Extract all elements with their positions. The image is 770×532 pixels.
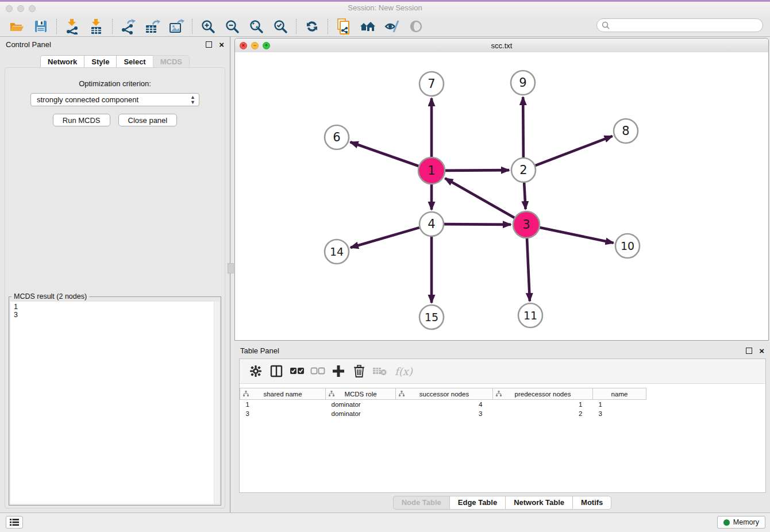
graph-edge-3-11[interactable] (527, 238, 530, 301)
table-cell[interactable]: 1 (240, 400, 326, 410)
result-scrollbar[interactable] (214, 302, 220, 504)
delete-column-icon[interactable] (352, 364, 367, 379)
criterion-dropdown[interactable]: strongly connected component ▲▼ (30, 93, 199, 106)
column-layout-icon[interactable] (269, 364, 284, 379)
import-network-icon[interactable] (64, 18, 81, 34)
network-window-titlebar[interactable]: × − + scc.txt (235, 38, 768, 53)
graph-node-9[interactable]: 9 (511, 71, 535, 95)
export-image-icon[interactable] (168, 18, 185, 34)
svg-text:6: 6 (333, 130, 340, 144)
close-panel-button[interactable]: Close panel (118, 114, 178, 126)
close-panel-icon[interactable]: × (219, 42, 224, 47)
graph-edge-4-3[interactable] (444, 224, 511, 225)
graph-node-7[interactable]: 7 (419, 72, 444, 96)
column-header-successor-nodes[interactable]: successor nodes (396, 388, 493, 400)
graph-node-2[interactable]: 2 (511, 158, 536, 182)
list-icon (10, 518, 19, 526)
delete-table-icon (372, 364, 387, 379)
memory-label: Memory (733, 518, 759, 526)
memory-button[interactable]: Memory (717, 516, 765, 529)
network-graph[interactable]: 7968124314101511 (235, 52, 768, 340)
table-cell[interactable]: 4 (396, 400, 493, 410)
graph-node-3[interactable]: 3 (513, 211, 540, 238)
column-header-predecessor-nodes[interactable]: predecessor nodes (493, 388, 593, 400)
graph-node-14[interactable]: 14 (325, 240, 349, 264)
table-cell[interactable]: dominator (326, 409, 396, 418)
graph-edge-3-1[interactable] (445, 178, 514, 218)
graph-node-1[interactable]: 1 (418, 157, 445, 184)
network-close-button[interactable]: × (240, 42, 247, 49)
table-cell[interactable]: 3 (593, 409, 646, 418)
graph-edge-3-10[interactable] (540, 228, 613, 243)
graph-node-6[interactable]: 6 (325, 125, 349, 149)
graph-edge-2-9[interactable] (523, 97, 523, 157)
graph-node-15[interactable]: 15 (419, 305, 444, 329)
apply-preferred-layout-icon[interactable] (303, 18, 321, 34)
open-file-icon[interactable] (8, 18, 25, 34)
table-cell[interactable]: 2 (493, 409, 593, 418)
search-input[interactable] (613, 21, 763, 30)
graph-edge-4-14[interactable] (351, 228, 419, 248)
float-table-panel-icon[interactable] (746, 348, 752, 354)
toolbar-separator (192, 19, 192, 34)
svg-text:14: 14 (330, 245, 344, 258)
column-header-mcds-role[interactable]: MCDS role (326, 388, 396, 400)
first-neighbors-icon[interactable] (359, 18, 376, 34)
zoom-selected-icon[interactable] (272, 18, 289, 34)
export-network-icon[interactable] (120, 18, 137, 34)
svg-text:4: 4 (428, 217, 435, 231)
column-header-name[interactable]: name (593, 388, 646, 400)
table-toolbar: f(x) (240, 359, 765, 384)
svg-text:7: 7 (428, 77, 435, 91)
table-cell[interactable]: 1 (493, 400, 593, 410)
zoom-out-icon[interactable] (224, 18, 241, 34)
network-canvas[interactable]: 7968124314101511 (235, 52, 768, 340)
add-column-icon[interactable] (331, 364, 346, 379)
graph-edge-1-2[interactable] (445, 170, 509, 171)
graph-edge-2-8[interactable] (536, 136, 613, 165)
network-minimize-button[interactable]: − (251, 42, 259, 49)
duplicate-network-icon[interactable] (335, 18, 352, 34)
tab-network-table[interactable]: Network Table (505, 496, 572, 510)
table-row[interactable]: 1dominator411 (240, 400, 646, 410)
mcds-result-text[interactable]: 1 3 (10, 302, 220, 504)
export-table-icon[interactable] (144, 18, 161, 34)
tab-edge-table[interactable]: Edge Table (449, 496, 505, 510)
save-session-icon[interactable] (32, 18, 49, 34)
optimization-criterion-label: Optimization criterion: (5, 79, 225, 88)
window-titlebar: Session: New Session (0, 0, 770, 17)
status-bar: Memory (0, 512, 770, 532)
graph-edge-1-6[interactable] (351, 142, 419, 166)
float-panel-icon[interactable] (206, 41, 212, 48)
graph-node-8[interactable]: 8 (614, 119, 638, 143)
table-settings-icon[interactable] (248, 364, 263, 379)
panel-divider-handle[interactable] (228, 263, 234, 273)
column-header-shared-name[interactable]: shared name (240, 388, 326, 400)
table-cell[interactable]: dominator (326, 400, 396, 410)
graph-node-10[interactable]: 10 (615, 234, 640, 258)
table-cell[interactable]: 3 (240, 409, 326, 418)
criterion-dropdown-value: strongly connected component (37, 95, 138, 104)
graph-node-4[interactable]: 4 (419, 212, 444, 236)
network-maximize-button[interactable]: + (263, 42, 270, 49)
tab-motifs[interactable]: Motifs (572, 496, 611, 510)
svg-text:9: 9 (519, 76, 526, 90)
toolbar-separator (296, 19, 297, 34)
graph-node-11[interactable]: 11 (518, 303, 542, 327)
show-graphics-details-icon[interactable] (383, 18, 401, 34)
table-row[interactable]: 3dominator323 (240, 409, 646, 418)
svg-text:15: 15 (425, 311, 438, 323)
deselect-all-icon[interactable] (310, 364, 325, 379)
zoom-fit-icon[interactable] (248, 18, 265, 34)
task-history-button[interactable] (6, 516, 23, 529)
import-table-icon[interactable] (88, 18, 105, 34)
table-cell[interactable]: 3 (396, 409, 493, 418)
tab-node-table[interactable]: Node Table (393, 496, 449, 510)
select-all-icon[interactable] (290, 364, 305, 379)
run-mcds-button[interactable]: Run MCDS (53, 114, 110, 126)
zoom-in-icon[interactable] (199, 18, 217, 34)
table-cell[interactable]: 1 (593, 400, 646, 410)
close-table-panel-icon[interactable]: × (759, 348, 764, 353)
graph-edge-2-3[interactable] (524, 183, 525, 209)
control-panel-title: Control Panel (6, 40, 51, 49)
